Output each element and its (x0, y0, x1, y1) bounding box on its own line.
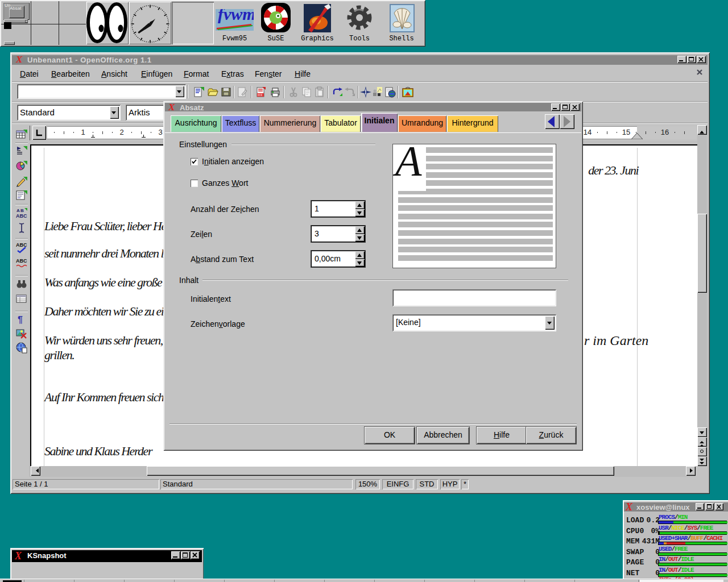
svg-text:A: A (16, 208, 20, 213)
svg-text:ABC: ABC (16, 258, 27, 264)
svg-text:ABC: ABC (16, 242, 27, 248)
svg-text:¶: ¶ (18, 315, 23, 325)
svg-text:B: B (20, 208, 24, 213)
svg-text:ABC: ABC (16, 213, 27, 219)
